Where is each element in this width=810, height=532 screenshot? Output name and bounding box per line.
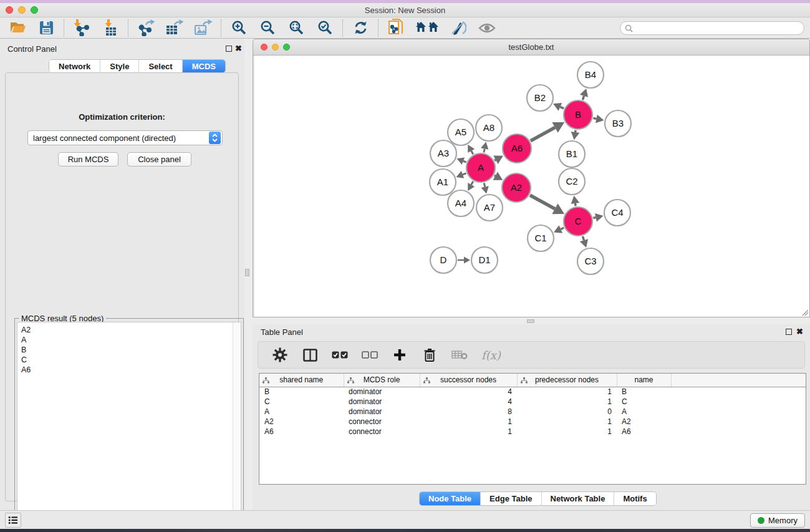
column-header-name[interactable]: name bbox=[617, 374, 671, 387]
float-panel-icon[interactable] bbox=[226, 46, 232, 52]
table-cell[interactable]: A6 bbox=[259, 427, 344, 437]
function-builder-button[interactable]: f(x) bbox=[481, 349, 501, 362]
graph-edge-B-B3[interactable] bbox=[593, 118, 596, 118]
column-header-predecessor-nodes[interactable]: predecessor nodes bbox=[517, 374, 617, 387]
graph-edge-A-A4[interactable] bbox=[471, 181, 473, 185]
graph-edge-C-C2[interactable] bbox=[575, 203, 576, 206]
table-cell[interactable]: B bbox=[617, 387, 671, 397]
table-cell[interactable]: 1 bbox=[420, 417, 517, 427]
graph-edge-A-A7[interactable] bbox=[484, 183, 485, 186]
node-table[interactable]: shared nameMCDS rolesuccessor nodesprede… bbox=[259, 373, 806, 485]
graph-edge-B-B1[interactable] bbox=[576, 130, 576, 132]
table-cell[interactable]: 8 bbox=[420, 407, 517, 417]
tab-node-table[interactable]: Node Table bbox=[420, 492, 481, 505]
memory-button[interactable]: Memory bbox=[750, 513, 805, 528]
table-cell[interactable]: dominator bbox=[344, 397, 420, 407]
close-panel-icon[interactable]: ✖ bbox=[235, 44, 242, 53]
zoom-in-button[interactable] bbox=[229, 19, 249, 37]
graph-edge-B-B2[interactable] bbox=[560, 107, 564, 109]
add-column-button[interactable] bbox=[392, 347, 408, 363]
graph-edge-C-C1[interactable] bbox=[561, 228, 564, 229]
table-cell[interactable]: connector bbox=[344, 417, 420, 427]
vertical-split-grip[interactable] bbox=[245, 269, 249, 276]
result-item[interactable]: B bbox=[21, 345, 237, 355]
tab-select[interactable]: Select bbox=[139, 60, 182, 72]
search-input[interactable] bbox=[635, 24, 804, 32]
table-cell[interactable] bbox=[671, 427, 806, 437]
graph-edge-A-A1[interactable] bbox=[463, 173, 466, 175]
table-cell[interactable]: B bbox=[259, 387, 344, 397]
tab-style[interactable]: Style bbox=[100, 60, 139, 72]
optimization-criterion-dropdown[interactable]: largest connected component (directed) bbox=[27, 130, 223, 145]
table-cell[interactable]: A2 bbox=[617, 417, 671, 427]
task-history-button[interactable] bbox=[5, 513, 21, 528]
select-all-rows-button[interactable] bbox=[332, 347, 348, 363]
table-cell[interactable]: 1 bbox=[517, 397, 617, 407]
result-list-scrollbar[interactable] bbox=[233, 322, 241, 530]
delete-column-button[interactable] bbox=[422, 347, 438, 363]
table-cell[interactable] bbox=[671, 417, 806, 427]
import-table-button[interactable] bbox=[100, 19, 120, 37]
float-table-panel-icon[interactable] bbox=[786, 329, 792, 335]
table-row[interactable]: Bdominator41B bbox=[259, 387, 806, 397]
graph-edge-A-A2[interactable] bbox=[494, 175, 496, 176]
table-row[interactable]: Adominator80A bbox=[259, 407, 806, 417]
table-cell[interactable]: 1 bbox=[517, 417, 617, 427]
table-row[interactable]: A6connector11A6 bbox=[259, 427, 806, 437]
show-column-button[interactable] bbox=[302, 347, 318, 363]
tab-network-table[interactable]: Network Table bbox=[542, 492, 615, 505]
graph-edge-A-A3[interactable] bbox=[463, 161, 466, 162]
close-table-panel-icon[interactable]: ✖ bbox=[796, 327, 803, 336]
table-cell[interactable]: connector bbox=[344, 427, 420, 437]
open-session-button[interactable] bbox=[7, 19, 27, 37]
table-cell[interactable]: 4 bbox=[420, 387, 517, 397]
tab-edge-table[interactable]: Edge Table bbox=[481, 492, 541, 505]
search-box[interactable] bbox=[620, 21, 804, 35]
table-cell[interactable]: dominator bbox=[344, 407, 420, 417]
column-header-MCDS-role[interactable]: MCDS role bbox=[344, 374, 420, 387]
graph-edge-B-B4[interactable] bbox=[582, 96, 584, 100]
export-table-button[interactable] bbox=[165, 19, 185, 37]
graph-edge-C-C4[interactable] bbox=[593, 218, 595, 218]
import-network-button[interactable] bbox=[72, 19, 92, 37]
table-cell[interactable] bbox=[671, 387, 806, 397]
result-item[interactable]: A2 bbox=[21, 325, 237, 335]
table-cell[interactable]: A bbox=[259, 407, 344, 417]
table-cell[interactable]: A bbox=[617, 407, 671, 417]
network-graph[interactable]: B4B2BB3A5A8A6A3B1AA1C2A2A4A7C4CC1C3DD1 bbox=[254, 56, 809, 317]
close-panel-button[interactable]: Close panel bbox=[127, 152, 191, 167]
network-window-titlebar[interactable]: testGlobe.txt bbox=[253, 39, 809, 56]
table-cell[interactable]: 1 bbox=[517, 387, 617, 397]
refresh-button[interactable] bbox=[350, 19, 370, 37]
tab-motifs[interactable]: Motifs bbox=[614, 492, 655, 505]
hide-details-button[interactable] bbox=[448, 19, 468, 37]
table-cell[interactable]: A6 bbox=[617, 427, 671, 437]
result-item[interactable]: A bbox=[21, 335, 237, 345]
delete-table-button[interactable] bbox=[451, 347, 468, 363]
run-mcds-button[interactable]: Run MCDS bbox=[58, 152, 118, 167]
new-network-from-file-button[interactable] bbox=[386, 19, 406, 37]
table-cell[interactable]: A2 bbox=[259, 417, 344, 427]
table-cell[interactable]: dominator bbox=[344, 387, 420, 397]
export-image-button[interactable] bbox=[193, 19, 213, 37]
graph-edge-A-A5[interactable] bbox=[471, 151, 473, 154]
table-cell[interactable]: C bbox=[617, 397, 671, 407]
zoom-out-button[interactable] bbox=[258, 19, 277, 37]
zoom-selected-button[interactable] bbox=[315, 19, 335, 37]
table-cell[interactable]: 4 bbox=[420, 397, 517, 407]
table-cell[interactable] bbox=[671, 407, 806, 417]
graph-edge-A2-C[interactable] bbox=[530, 195, 555, 209]
column-header-shared-name[interactable]: shared name bbox=[259, 374, 344, 387]
zoom-fit-button[interactable] bbox=[286, 19, 306, 37]
table-row[interactable]: Cdominator41C bbox=[259, 397, 806, 407]
tab-network[interactable]: Network bbox=[49, 60, 100, 72]
horizontal-split-grip[interactable] bbox=[527, 319, 534, 323]
table-cell[interactable]: 1 bbox=[517, 427, 617, 437]
graph-edge-C-C3[interactable] bbox=[582, 236, 584, 240]
graph-edge-A-A6[interactable] bbox=[494, 160, 496, 160]
table-row[interactable]: A2connector11A2 bbox=[259, 417, 806, 427]
first-neighbors-button[interactable] bbox=[415, 19, 440, 37]
window-resize-grip-icon[interactable] bbox=[801, 309, 809, 316]
save-session-button[interactable] bbox=[36, 19, 56, 37]
table-cell[interactable]: 1 bbox=[420, 427, 517, 437]
